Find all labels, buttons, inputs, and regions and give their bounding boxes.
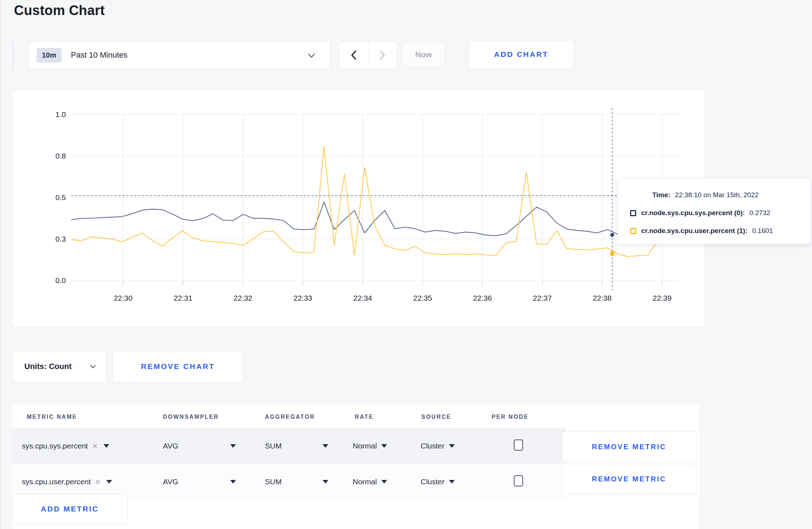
rate-select[interactable]: Normal bbox=[353, 464, 387, 500]
metric-name-select[interactable]: sys.cpu.sys.percent × bbox=[22, 428, 109, 464]
x-tick-label: 22:38 bbox=[593, 294, 612, 302]
units-select[interactable]: Units: Count bbox=[12, 351, 106, 382]
chart-canvas[interactable]: 1.00.80.50.30.022:3022:3122:3222:3322:34… bbox=[12, 91, 705, 327]
downsampler-caret[interactable] bbox=[230, 428, 236, 464]
rate-select[interactable]: Normal bbox=[353, 428, 387, 464]
x-tick-label: 22:37 bbox=[533, 294, 552, 302]
series-user-legend-swatch bbox=[630, 228, 636, 234]
tooltip-series-sys-value: 0.2732 bbox=[749, 209, 770, 217]
downsampler-caret[interactable] bbox=[230, 464, 236, 500]
chart-tooltip: Time: 22:38:10 on Mar 15th, 2022 cr.node… bbox=[618, 178, 811, 244]
chevron-left-icon bbox=[351, 50, 357, 60]
x-tick-label: 22:35 bbox=[413, 294, 432, 302]
downsampler-select[interactable]: AVG bbox=[163, 464, 178, 500]
col-header-metric-name: METRIC NAME bbox=[27, 414, 77, 420]
per-node-checkbox[interactable] bbox=[514, 475, 523, 486]
col-header-source: SOURCE bbox=[421, 414, 451, 420]
units-label: Units: Count bbox=[24, 362, 72, 371]
y-tick-label: 0.8 bbox=[55, 152, 66, 160]
hover-marker-circle bbox=[610, 233, 614, 237]
aggregator-caret[interactable] bbox=[323, 428, 328, 464]
hover-marker-square bbox=[610, 252, 614, 256]
tooltip-time-label: Time: bbox=[652, 191, 670, 199]
caret-down-icon bbox=[230, 480, 236, 484]
add-chart-button[interactable]: ADD CHART bbox=[469, 40, 574, 69]
clear-metric-icon[interactable]: × bbox=[92, 441, 97, 451]
aggregator-select[interactable]: SUM bbox=[265, 464, 282, 500]
y-tick-label: 0.0 bbox=[55, 276, 66, 285]
add-metric-button[interactable]: ADD METRIC bbox=[12, 494, 128, 524]
custom-chart-page: Custom Chart 10m Past 10 Minutes Now ADD… bbox=[0, 0, 812, 529]
source-select[interactable]: Cluster bbox=[421, 428, 455, 464]
x-tick-label: 22:32 bbox=[233, 294, 252, 302]
now-button[interactable]: Now bbox=[402, 42, 445, 67]
toolbar-divider bbox=[13, 42, 13, 69]
x-tick-label: 22:36 bbox=[473, 294, 492, 302]
x-tick-label: 22:30 bbox=[114, 294, 133, 302]
caret-down-icon bbox=[381, 444, 387, 448]
tooltip-time-value: 22:38:10 on Mar 15th, 2022 bbox=[675, 191, 758, 199]
col-header-per-node: PER NODE bbox=[492, 414, 529, 420]
remove-metric-button[interactable]: REMOVE METRIC bbox=[562, 464, 696, 494]
series-line bbox=[71, 147, 678, 257]
chevron-right-icon bbox=[380, 50, 385, 60]
series-line bbox=[71, 202, 678, 236]
caret-down-icon bbox=[323, 480, 328, 484]
x-tick-label: 22:33 bbox=[293, 294, 312, 302]
metrics-table: METRIC NAME DOWNSAMPLER AGGREGATOR RATE … bbox=[12, 404, 699, 529]
time-range-badge: 10m bbox=[37, 48, 62, 63]
chevron-down-icon bbox=[308, 53, 315, 58]
caret-down-icon bbox=[103, 444, 109, 448]
y-tick-label: 0.3 bbox=[55, 235, 66, 243]
col-header-rate: RATE bbox=[355, 414, 373, 420]
col-header-downsampler: DOWNSAMPLER bbox=[163, 414, 219, 420]
caret-down-icon bbox=[381, 480, 387, 484]
downsampler-select[interactable]: AVG bbox=[163, 428, 178, 464]
caret-down-icon bbox=[106, 480, 112, 484]
per-node-checkbox[interactable] bbox=[514, 440, 523, 451]
y-tick-label: 0.5 bbox=[55, 193, 66, 202]
caret-down-icon bbox=[449, 444, 455, 448]
x-tick-label: 22:31 bbox=[174, 294, 193, 302]
clear-metric-icon[interactable]: × bbox=[95, 477, 101, 486]
remove-metric-button[interactable]: REMOVE METRIC bbox=[562, 432, 696, 462]
chevron-down-icon bbox=[90, 365, 96, 369]
caret-down-icon bbox=[323, 444, 328, 448]
remove-chart-button[interactable]: REMOVE CHART bbox=[113, 351, 243, 382]
tooltip-series-user-label: cr.node.sys.cpu.user.percent (1): bbox=[641, 227, 748, 235]
chart-card: 1.00.80.50.30.022:3022:3122:3222:3322:34… bbox=[12, 90, 705, 327]
prev-range-button[interactable] bbox=[339, 42, 368, 69]
caret-down-icon bbox=[230, 444, 236, 448]
series-sys-legend-swatch bbox=[630, 210, 636, 216]
x-tick-label: 22:39 bbox=[653, 294, 672, 302]
time-range-label: Past 10 Minutes bbox=[71, 50, 127, 60]
time-pager bbox=[339, 41, 397, 69]
y-tick-label: 1.0 bbox=[55, 110, 66, 118]
time-range-select[interactable]: 10m Past 10 Minutes bbox=[28, 41, 330, 69]
col-header-aggregator: AGGREGATOR bbox=[265, 414, 315, 420]
page-title: Custom Chart bbox=[14, 3, 105, 18]
caret-down-icon bbox=[449, 480, 455, 484]
tooltip-series-user-value: 0.1601 bbox=[752, 227, 773, 235]
aggregator-caret[interactable] bbox=[323, 464, 328, 500]
tooltip-series-sys-label: cr.node.sys.cpu.sys.percent (0): bbox=[641, 209, 745, 217]
next-range-button[interactable] bbox=[368, 42, 397, 69]
aggregator-select[interactable]: SUM bbox=[265, 428, 282, 464]
source-select[interactable]: Cluster bbox=[421, 464, 455, 500]
x-tick-label: 22:34 bbox=[353, 294, 372, 302]
